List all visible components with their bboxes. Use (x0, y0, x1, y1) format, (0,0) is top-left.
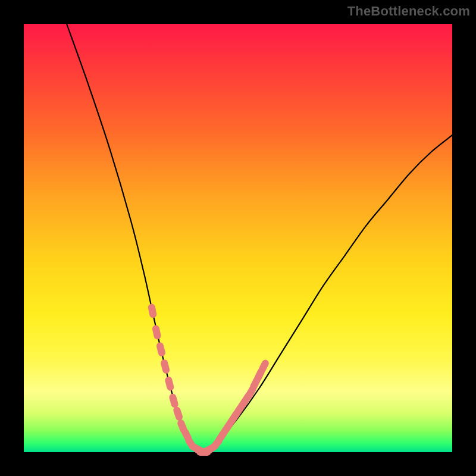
watermark-text: TheBottleneck.com (347, 4, 470, 19)
marker-point (156, 342, 166, 357)
marker-point (148, 303, 157, 318)
marker-point (168, 393, 179, 408)
chart-container: TheBottleneck.com (0, 0, 476, 476)
bottleneck-curve (67, 24, 452, 452)
marker-point (173, 406, 184, 422)
marker-point (160, 359, 170, 374)
plot-area (24, 24, 452, 452)
highlighted-points (148, 303, 270, 456)
marker-point (164, 376, 174, 392)
curve-layer (24, 24, 452, 452)
marker-point (152, 324, 162, 340)
